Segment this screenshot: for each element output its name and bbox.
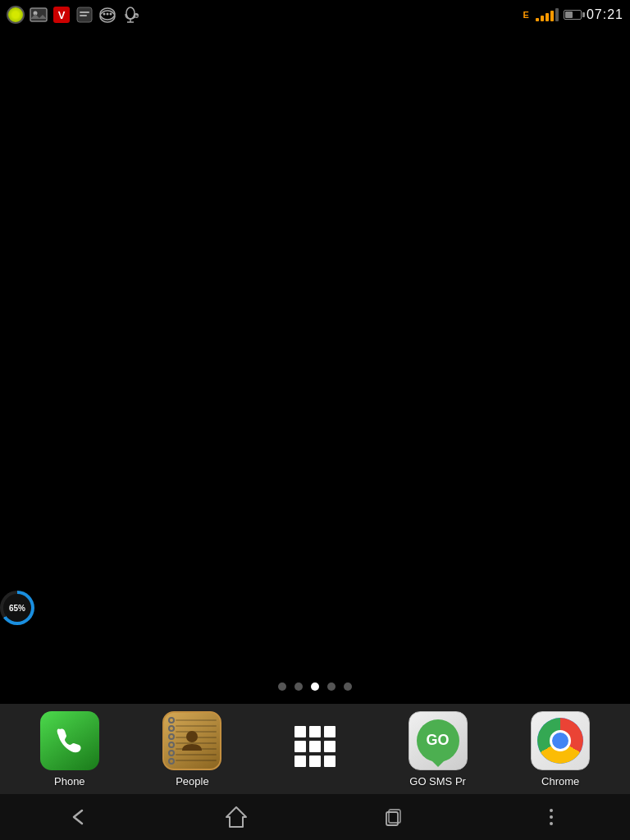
battery-percentage-widget[interactable]: 65% <box>0 591 34 625</box>
gosms-app-icon[interactable]: GO <box>409 711 468 770</box>
recents-button[interactable] <box>361 801 427 833</box>
chrome-app-label: Chrome <box>541 775 579 788</box>
battery-widget-text: 65% <box>9 604 25 613</box>
network-v-icon: V <box>52 6 71 24</box>
svg-rect-4 <box>80 15 87 16</box>
status-bar-left: V ▶ <box>7 6 139 24</box>
dock: Phone <box>0 704 630 794</box>
battery-icon <box>564 10 582 20</box>
navigation-bar <box>0 794 630 840</box>
dock-item-apps[interactable] <box>274 717 356 781</box>
status-bar: V ▶ <box>0 0 630 30</box>
page-dot-4[interactable] <box>327 682 336 691</box>
menu-button[interactable] <box>518 801 584 833</box>
bbm-icon <box>75 6 94 24</box>
time-display: 07:21 <box>587 7 623 22</box>
svg-point-9 <box>100 11 115 22</box>
gallery-icon <box>30 6 48 24</box>
chrome-circle <box>537 718 583 764</box>
dock-item-chrome[interactable]: Chrome <box>519 711 601 788</box>
chrome-app-icon[interactable] <box>531 711 590 770</box>
svg-rect-3 <box>80 11 89 13</box>
people-icon-content <box>164 713 220 769</box>
page-dot-1[interactable] <box>278 682 286 691</box>
battery-widget-inner: 65% <box>3 594 31 622</box>
status-bar-right: E 07:21 <box>523 7 623 22</box>
apps-grid-icon[interactable] <box>285 717 345 776</box>
svg-marker-16 <box>226 807 246 827</box>
svg-point-8 <box>110 13 112 16</box>
svg-point-7 <box>107 13 109 16</box>
dock-item-gosms[interactable]: GO GO SMS Pr <box>397 711 479 788</box>
messaging-icon <box>98 6 116 24</box>
signal-bars <box>536 8 559 21</box>
gosms-go-text: GO <box>427 732 450 749</box>
network-type-label: E <box>523 10 529 20</box>
wallpaper[interactable] <box>0 30 630 702</box>
svg-text:▶: ▶ <box>135 13 139 18</box>
back-button[interactable] <box>46 801 112 833</box>
page-dot-2[interactable] <box>294 682 303 691</box>
dock-item-phone[interactable]: Phone <box>29 711 111 788</box>
svg-point-15 <box>186 731 198 742</box>
apps-grid-dots <box>291 723 339 770</box>
phone-app-icon[interactable] <box>40 711 99 770</box>
page-dot-3[interactable] <box>311 682 319 691</box>
notebook-spiral <box>167 716 176 765</box>
people-app-label: People <box>176 775 208 788</box>
chrome-inner-circle <box>550 730 571 751</box>
voice-icon: ▶ <box>121 6 139 24</box>
menu-dots <box>550 809 553 825</box>
phone-app-label: Phone <box>54 775 85 788</box>
home-button[interactable] <box>203 801 269 833</box>
gosms-tail <box>431 760 445 767</box>
page-dot-5[interactable] <box>344 682 352 691</box>
gosms-app-label: GO SMS Pr <box>409 775 466 788</box>
svg-point-6 <box>103 13 106 16</box>
gosms-bubble: GO <box>417 719 459 762</box>
svg-point-10 <box>126 7 135 19</box>
svg-rect-0 <box>30 8 47 21</box>
people-app-icon[interactable] <box>162 711 221 770</box>
dock-item-people[interactable]: People <box>151 711 233 788</box>
battery-widget-icon <box>7 6 25 24</box>
page-indicator <box>278 682 352 691</box>
